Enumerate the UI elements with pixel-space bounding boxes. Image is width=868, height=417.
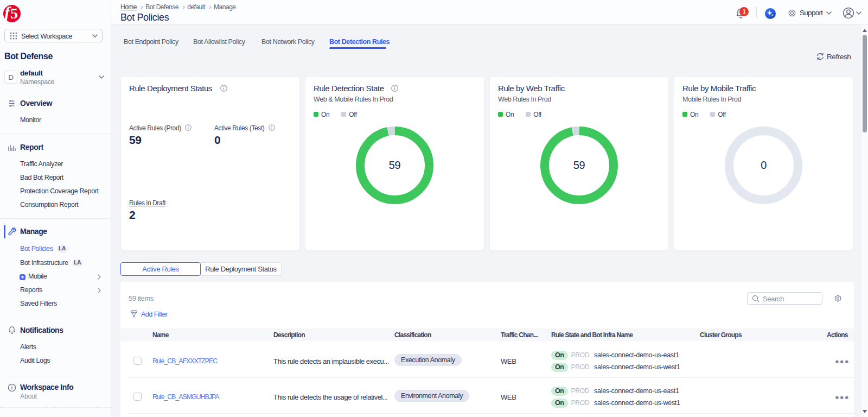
svg-text:0: 0 [761,159,767,171]
svg-text:59: 59 [389,159,401,171]
svg-text:59: 59 [573,159,585,171]
